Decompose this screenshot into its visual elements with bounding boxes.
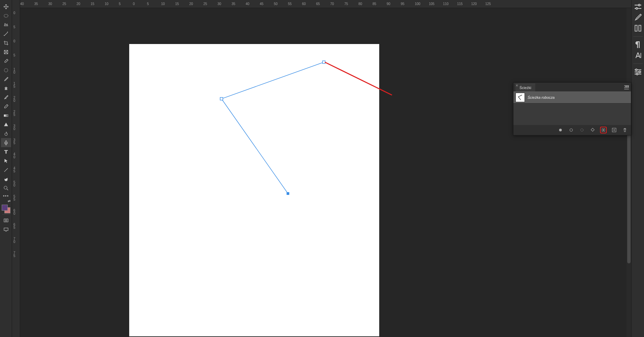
- add-mask-icon[interactable]: [600, 127, 607, 133]
- svg-point-20: [635, 69, 637, 71]
- lasso-tool[interactable]: [1, 20, 11, 29]
- brush-panel-icon[interactable]: [633, 13, 643, 22]
- ruler-tick: 20: [13, 96, 15, 102]
- ruler-tick: 95: [401, 2, 404, 6]
- ruler-tick: 25: [13, 110, 15, 116]
- svg-point-24: [570, 129, 573, 131]
- ruler-tick: 65: [316, 2, 320, 6]
- delete-path-icon[interactable]: [622, 127, 628, 133]
- line-tool[interactable]: [1, 165, 11, 174]
- ruler-tick: 75: [13, 251, 15, 257]
- svg-point-6: [5, 142, 6, 143]
- ruler-tick: 10: [13, 68, 15, 74]
- clone-stamp-tool[interactable]: [1, 84, 11, 93]
- ruler-tick: 65: [13, 223, 15, 229]
- left-toolbar: ••• ⇄: [0, 0, 12, 337]
- paths-panel: ✕ ◂◂ Ścieżki Ścieżka robocza: [513, 82, 631, 135]
- shape-tool[interactable]: [1, 120, 11, 129]
- align-panel-icon[interactable]: [633, 24, 643, 32]
- ruler-tick: 90: [387, 2, 390, 6]
- path-row[interactable]: Ścieżka robocza: [513, 91, 631, 103]
- eraser-tool[interactable]: [1, 102, 11, 111]
- foreground-color-swatch[interactable]: [2, 205, 8, 211]
- svg-rect-4: [4, 115, 8, 117]
- ruler-tick: 35: [13, 138, 15, 144]
- ruler-tick: 15: [91, 2, 94, 6]
- properties-icon[interactable]: [633, 68, 643, 76]
- ruler-tick: 50: [13, 181, 15, 187]
- gradient-tool[interactable]: [1, 111, 11, 120]
- ruler-tick: 60: [302, 2, 306, 6]
- ruler-tick: 25: [62, 2, 66, 6]
- ruler-tick: 25: [203, 2, 207, 6]
- eyedropper-tool[interactable]: [1, 56, 11, 66]
- ruler-tick: 40: [246, 2, 249, 6]
- character-icon[interactable]: [633, 51, 643, 59]
- svg-rect-3: [5, 89, 7, 90]
- magic-wand-tool[interactable]: [1, 29, 11, 38]
- svg-point-23: [559, 129, 562, 131]
- canvas-area[interactable]: [20, 8, 631, 337]
- path-from-selection-icon[interactable]: [589, 127, 596, 133]
- right-toolbar: [631, 0, 644, 337]
- new-path-icon[interactable]: [611, 127, 617, 133]
- svg-point-0: [4, 14, 8, 17]
- ruler-tick: 5: [13, 26, 15, 29]
- path-selection-tool[interactable]: [1, 156, 11, 165]
- ruler-tick: 30: [217, 2, 221, 6]
- top-ruler: 4035302520151050510152025303540455055606…: [12, 0, 631, 8]
- svg-point-7: [4, 186, 7, 189]
- ruler-tick: 45: [260, 2, 263, 6]
- ruler-tick: 5: [13, 54, 15, 57]
- ruler-tick: 0: [13, 40, 15, 43]
- ellipse-marquee-tool[interactable]: [1, 11, 11, 20]
- stroke-path-icon[interactable]: [568, 127, 575, 133]
- panel-close-icon[interactable]: ✕: [515, 84, 518, 87]
- screenmode-tool[interactable]: [1, 225, 11, 234]
- hand-tool[interactable]: [1, 174, 11, 183]
- fill-path-icon[interactable]: [557, 127, 564, 133]
- ruler-tick: 20: [77, 2, 80, 6]
- panel-header: ✕ ◂◂ Ścieżki: [513, 83, 631, 91]
- ruler-tick: 55: [13, 195, 15, 201]
- ruler-tick: 35: [34, 2, 38, 6]
- healing-brush-tool[interactable]: [1, 66, 11, 75]
- artboard[interactable]: [129, 44, 379, 336]
- ruler-tick: 120: [471, 2, 477, 6]
- more-tools[interactable]: •••: [3, 193, 9, 199]
- ruler-corner: [12, 0, 20, 8]
- adjustments-icon[interactable]: [633, 3, 643, 11]
- pen-tool[interactable]: [1, 138, 11, 147]
- selection-from-path-icon[interactable]: [579, 127, 585, 133]
- ruler-tick: 40: [20, 2, 24, 6]
- svg-point-27: [603, 129, 604, 131]
- crop-tool[interactable]: [1, 38, 11, 47]
- swap-colors-icon[interactable]: ⇄: [8, 199, 10, 204]
- ruler-tick: 45: [13, 167, 15, 173]
- ruler-tick: 15: [175, 2, 179, 6]
- ruler-tick: 0: [13, 11, 15, 14]
- blur-tool[interactable]: [1, 129, 11, 138]
- frame-tool[interactable]: [1, 47, 11, 56]
- svg-point-15: [638, 4, 640, 6]
- svg-rect-8: [4, 219, 8, 222]
- ruler-tick: 70: [330, 2, 334, 6]
- zoom-tool[interactable]: [1, 183, 11, 193]
- svg-point-22: [636, 73, 638, 75]
- vertical-scrollbar[interactable]: [627, 8, 631, 337]
- ruler-tick: 10: [105, 2, 108, 6]
- color-swatches[interactable]: [2, 205, 10, 213]
- svg-rect-10: [4, 228, 8, 230]
- move-tool[interactable]: [1, 2, 11, 11]
- paragraph-icon[interactable]: [633, 41, 643, 49]
- ruler-tick: 110: [443, 2, 449, 6]
- ruler-tick: 50: [274, 2, 278, 6]
- ruler-tick: 105: [429, 2, 435, 6]
- type-tool[interactable]: [1, 147, 11, 156]
- panel-menu-icon[interactable]: [624, 85, 629, 90]
- paths-tab[interactable]: Ścieżki: [515, 84, 535, 91]
- quickmask-tool[interactable]: [1, 216, 11, 225]
- brush-tool[interactable]: [1, 75, 11, 84]
- path-label: Ścieżka robocza: [528, 95, 555, 99]
- history-brush-tool[interactable]: [1, 93, 11, 102]
